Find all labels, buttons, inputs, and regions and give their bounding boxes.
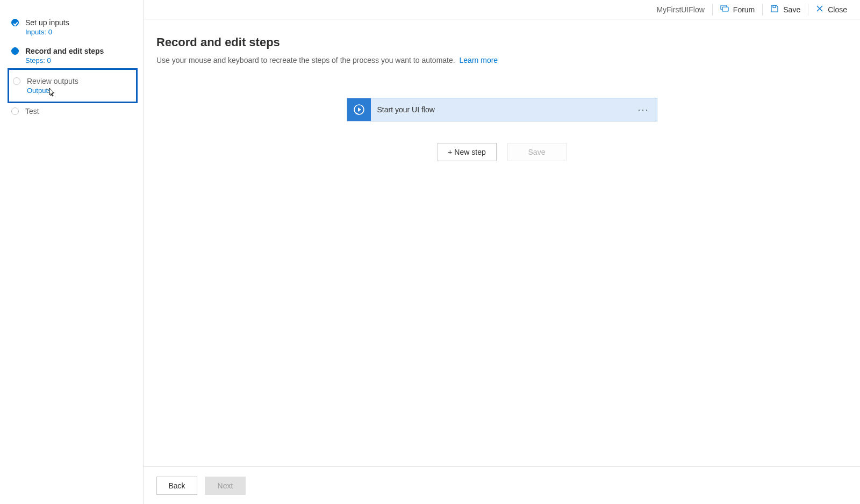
sidebar-step-setup-inputs[interactable]: Set up inputs Inputs: 0 (0, 13, 143, 41)
forum-button[interactable]: Forum (713, 0, 762, 19)
learn-more-link[interactable]: Learn more (460, 56, 498, 64)
step-subtitle: Inputs: 0 (25, 28, 138, 36)
step-title: Test (25, 107, 138, 116)
close-icon (816, 5, 823, 14)
flow-name: MyFirstUIFlow (656, 5, 712, 14)
close-button[interactable]: Close (808, 0, 855, 19)
main-content: Record and edit steps Use your mouse and… (144, 19, 860, 466)
save-button[interactable]: Save (763, 0, 808, 19)
footer: Back Next (144, 466, 860, 504)
next-button: Next (205, 477, 246, 495)
svg-rect-2 (773, 5, 776, 8)
step-subtitle: Outputs (27, 87, 131, 95)
circle-icon (13, 77, 20, 85)
circle-icon (11, 107, 19, 115)
save-step-button: Save (507, 143, 567, 161)
sidebar-step-review-outputs[interactable]: Review outputs Outputs (8, 68, 138, 103)
close-label: Close (828, 5, 847, 14)
new-step-button[interactable]: + New step (438, 143, 497, 161)
play-icon (347, 98, 371, 121)
sidebar-step-test[interactable]: Test (0, 102, 143, 121)
step-title: Set up inputs (25, 18, 138, 27)
save-label: Save (783, 5, 800, 14)
step-subtitle: Steps: 0 (25, 56, 138, 64)
top-bar: MyFirstUIFlow Forum Save Close (144, 0, 860, 19)
back-button[interactable]: Back (156, 477, 197, 495)
step-title: Record and edit steps (25, 47, 138, 55)
forum-icon (720, 4, 729, 15)
step-title: Review outputs (27, 77, 131, 85)
flow-card-label: Start your UI flow (371, 105, 630, 114)
flow-step-card[interactable]: Start your UI flow ··· (347, 98, 657, 121)
ellipsis-icon[interactable]: ··· (630, 104, 656, 116)
sidebar-step-record-edit[interactable]: Record and edit steps Steps: 0 (0, 41, 143, 70)
check-icon (11, 19, 19, 26)
circle-icon (11, 47, 19, 55)
page-title: Record and edit steps (156, 35, 847, 49)
description-text: Use your mouse and keyboard to recreate … (156, 56, 455, 64)
page-description: Use your mouse and keyboard to recreate … (156, 56, 847, 64)
forum-label: Forum (733, 5, 755, 14)
sidebar: Set up inputs Inputs: 0 Record and edit … (0, 0, 144, 504)
action-row: + New step Save (156, 143, 847, 161)
svg-rect-1 (722, 7, 728, 11)
save-icon (770, 4, 779, 15)
